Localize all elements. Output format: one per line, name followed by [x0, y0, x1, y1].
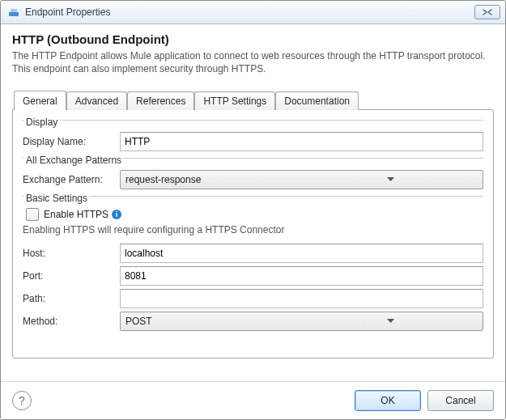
display-name-label: Display Name:: [23, 136, 120, 147]
tab-general[interactable]: General: [14, 91, 66, 110]
exchange-pattern-value: request-response: [125, 174, 303, 185]
path-input[interactable]: [120, 289, 483, 308]
app-icon: [7, 6, 20, 19]
info-icon[interactable]: i: [112, 210, 121, 219]
group-display-legend: Display: [24, 117, 59, 128]
chevron-down-icon: [303, 177, 480, 182]
port-input[interactable]: [120, 266, 483, 286]
window-title: Endpoint Properties: [25, 6, 474, 18]
group-display: Display Display Name:: [23, 120, 483, 151]
path-label: Path:: [23, 293, 120, 304]
tab-references[interactable]: References: [127, 91, 194, 110]
port-label: Port:: [23, 270, 120, 282]
page-title: HTTP (Outbound Endpoint): [12, 32, 494, 46]
host-input[interactable]: [120, 244, 483, 263]
title-bar: Endpoint Properties: [1, 1, 505, 24]
exchange-pattern-select[interactable]: request-response: [120, 170, 483, 189]
dialog-header: HTTP (Outbound Endpoint) The HTTP Endpoi…: [1, 24, 505, 83]
host-label: Host:: [23, 248, 120, 259]
tab-advanced[interactable]: Advanced: [66, 91, 127, 110]
exchange-pattern-label: Exchange Pattern:: [23, 174, 120, 185]
method-value: POST: [125, 316, 303, 327]
close-icon: [483, 9, 492, 15]
window-close-button[interactable]: [474, 5, 500, 19]
help-button[interactable]: ?: [12, 391, 32, 410]
ok-button[interactable]: OK: [355, 390, 421, 411]
tab-documentation[interactable]: Documentation: [275, 91, 359, 110]
chevron-down-icon: [303, 319, 480, 324]
group-exchange-legend: All Exchange Patterns: [24, 155, 123, 166]
group-basic: Basic Settings Enable HTTPS i Enabling H…: [23, 196, 483, 331]
enable-https-label: Enable HTTPS: [44, 209, 108, 220]
tab-http-settings[interactable]: HTTP Settings: [194, 91, 275, 110]
tab-panel-general: Display Display Name: All Exchange Patte…: [12, 109, 494, 358]
dialog-footer: ? OK Cancel: [1, 381, 505, 419]
group-exchange: All Exchange Patterns Exchange Pattern: …: [23, 158, 483, 189]
https-note: Enabling HTTPS will require configuring …: [23, 224, 483, 235]
cancel-button[interactable]: Cancel: [427, 390, 494, 411]
page-description: The HTTP Endpoint allows Mule applicatio…: [12, 49, 494, 75]
group-basic-legend: Basic Settings: [24, 193, 89, 204]
method-select[interactable]: POST: [120, 312, 483, 331]
display-name-input[interactable]: [120, 132, 483, 151]
tab-strip: General Advanced References HTTP Setting…: [14, 90, 494, 109]
help-icon: ?: [19, 394, 25, 407]
enable-https-checkbox[interactable]: [26, 208, 39, 221]
svg-rect-0: [9, 12, 19, 16]
svg-rect-1: [11, 9, 17, 12]
method-label: Method:: [23, 316, 120, 327]
